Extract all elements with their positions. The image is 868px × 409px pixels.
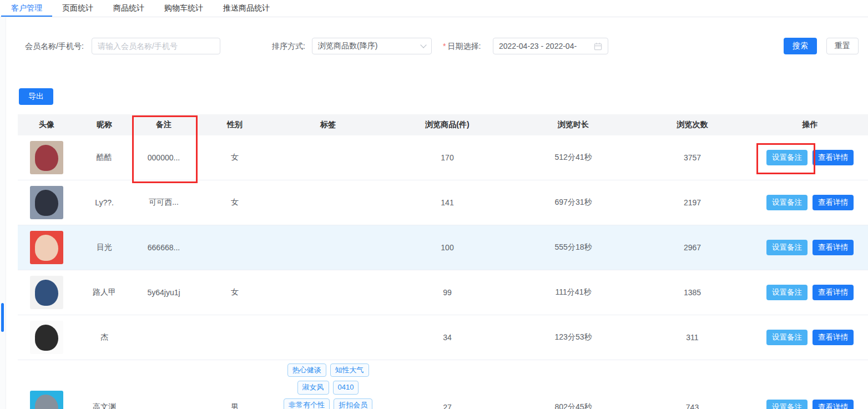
gender-cell: 女 (194, 180, 275, 225)
view-count-cell: 311 (633, 315, 752, 360)
remark-cell (133, 315, 194, 360)
set-remark-button[interactable]: 设置备注 (766, 240, 808, 255)
date-range-input[interactable]: 2022-04-23 - 2022-04- (493, 38, 608, 54)
nickname-cell: 高文渊 (75, 360, 133, 409)
column-header-4: 性别 (194, 120, 275, 130)
tag: 淑女风 (297, 381, 329, 394)
avatar (30, 231, 63, 264)
set-remark-button[interactable]: 设置备注 (766, 400, 808, 409)
gender-cell (194, 315, 275, 360)
table-body: 酷酷 000000... 女 170 512分41秒 3757 设置备注 查看详… (18, 135, 868, 409)
date-range-value: 2022-04-23 - 2022-04- (499, 42, 577, 51)
member-name-input[interactable] (92, 38, 220, 54)
column-header-5: 标签 (275, 120, 381, 130)
column-header-7: 浏览时长 (514, 120, 633, 130)
avatar (30, 391, 63, 409)
view-detail-button[interactable]: 查看详情 (813, 400, 854, 409)
tab-bar: 客户管理页面统计商品统计购物车统计推送商品统计 (0, 0, 868, 17)
left-sidebar-strip (0, 17, 6, 409)
member-name-label: 会员名称/手机号: (25, 38, 84, 54)
table-row: 目光 666668... 100 555分18秒 2967 设置备注 查看详情 (18, 225, 868, 270)
column-header-9: 操作 (752, 120, 868, 130)
viewed-items-cell: 100 (381, 225, 514, 270)
column-header-1: 头像 (18, 120, 75, 130)
calendar-icon (594, 42, 602, 51)
view-count-cell: 2967 (633, 225, 752, 270)
viewed-items-cell: 170 (381, 135, 514, 180)
actions-cell: 设置备注 查看详情 (752, 135, 868, 180)
view-duration-cell: 555分18秒 (514, 225, 633, 270)
table-row: 高文渊 男 热心健谈知性大气淑女风0410非常有个性折扣会员活泼调皮 27 80… (18, 360, 868, 409)
view-count-cell: 3757 (633, 135, 752, 180)
remark-cell: 666668... (133, 225, 194, 270)
viewed-items-cell: 141 (381, 180, 514, 225)
actions-cell: 设置备注 查看详情 (752, 225, 868, 270)
set-remark-button[interactable]: 设置备注 (766, 285, 808, 300)
viewed-items-cell: 34 (381, 315, 514, 360)
tag: 0410 (333, 381, 359, 394)
remark-cell: 可可西... (133, 180, 194, 225)
remark-cell: 000000... (133, 135, 194, 180)
tags-cell: 热心健谈知性大气淑女风0410非常有个性折扣会员活泼调皮 (280, 363, 376, 409)
chevron-down-icon (420, 42, 426, 48)
export-button[interactable]: 导出 (19, 88, 53, 105)
column-header-2: 昵称 (75, 120, 133, 130)
view-duration-cell: 512分41秒 (514, 135, 633, 180)
column-header-8: 浏览次数 (633, 120, 752, 130)
search-button[interactable]: 搜索 (784, 38, 817, 54)
scrollbar-thumb[interactable] (1, 303, 4, 332)
nickname-cell: 酷酷 (75, 135, 133, 180)
viewed-items-cell: 27 (381, 360, 514, 409)
gender-cell: 男 (194, 360, 275, 409)
view-detail-button[interactable]: 查看详情 (813, 195, 854, 210)
tag: 热心健谈 (287, 363, 326, 377)
required-asterisk: * (443, 42, 446, 51)
tab-4[interactable]: 购物车统计 (154, 0, 213, 17)
nickname-cell: Ly??. (75, 180, 133, 225)
view-count-cell: 743 (633, 360, 752, 409)
gender-cell (194, 225, 275, 270)
remark-cell: 5y64jyu1j (133, 270, 194, 315)
view-detail-button[interactable]: 查看详情 (813, 285, 854, 300)
tag: 折扣会员 (334, 398, 372, 409)
date-label: *日期选择: (443, 38, 481, 54)
view-duration-cell: 123分53秒 (514, 315, 633, 360)
set-remark-button[interactable]: 设置备注 (766, 330, 808, 345)
nickname-cell: 杰 (75, 315, 133, 360)
nickname-cell: 路人甲 (75, 270, 133, 315)
viewed-items-cell: 99 (381, 270, 514, 315)
view-count-cell: 2197 (633, 180, 752, 225)
table-row: 路人甲 5y64jyu1j 女 99 111分41秒 1385 设置备注 查看详… (18, 270, 868, 315)
avatar-image (35, 325, 58, 351)
tab-5[interactable]: 推送商品统计 (213, 0, 280, 17)
actions-cell: 设置备注 查看详情 (752, 270, 868, 315)
table-header-row: 头像昵称备注性别标签浏览商品(件)浏览时长浏览次数操作 (18, 114, 868, 135)
table-row: 杰 34 123分53秒 311 设置备注 查看详情 (18, 315, 868, 360)
view-duration-cell: 111分41秒 (514, 270, 633, 315)
table-row: 酷酷 000000... 女 170 512分41秒 3757 设置备注 查看详… (18, 135, 868, 180)
tab-2[interactable]: 页面统计 (52, 0, 103, 17)
set-remark-button[interactable]: 设置备注 (766, 195, 808, 210)
set-remark-button[interactable]: 设置备注 (766, 150, 808, 165)
view-detail-button[interactable]: 查看详情 (813, 330, 854, 345)
gender-cell: 女 (194, 270, 275, 315)
avatar-image (35, 235, 58, 261)
view-detail-button[interactable]: 查看详情 (813, 240, 854, 255)
reset-button[interactable]: 重置 (826, 38, 859, 54)
tab-1[interactable]: 客户管理 (1, 0, 52, 17)
table-row: Ly??. 可可西... 女 141 697分31秒 2197 设置备注 查看详… (18, 180, 868, 225)
avatar (30, 141, 63, 174)
avatar-image (35, 280, 58, 306)
sort-select[interactable]: 浏览商品数(降序) (312, 38, 432, 54)
sort-select-value: 浏览商品数(降序) (318, 41, 377, 51)
avatar (30, 321, 63, 354)
remark-cell (133, 360, 194, 409)
gender-cell: 女 (194, 135, 275, 180)
avatar-image (35, 395, 58, 409)
view-count-cell: 1385 (633, 270, 752, 315)
nickname-cell: 目光 (75, 225, 133, 270)
customer-table: 头像昵称备注性别标签浏览商品(件)浏览时长浏览次数操作 酷酷 000000...… (18, 114, 868, 409)
tab-3[interactable]: 商品统计 (103, 0, 154, 17)
view-detail-button[interactable]: 查看详情 (813, 150, 854, 165)
actions-cell: 设置备注 查看详情 (752, 180, 868, 225)
